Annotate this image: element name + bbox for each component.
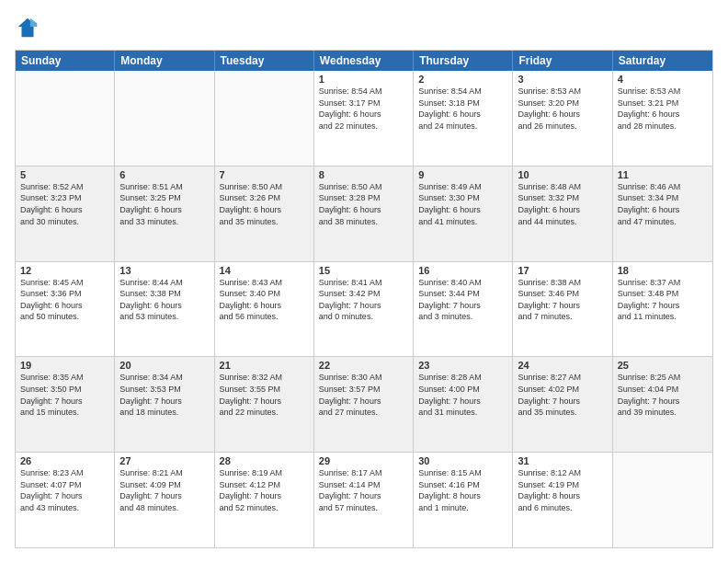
week-row: 5Sunrise: 8:52 AM Sunset: 3:23 PM Daylig… — [16, 167, 712, 262]
day-cell: 28Sunrise: 8:19 AM Sunset: 4:12 PM Dayli… — [215, 453, 314, 547]
day-cell: 6Sunrise: 8:51 AM Sunset: 3:25 PM Daylig… — [115, 167, 214, 261]
day-cell: 2Sunrise: 8:54 AM Sunset: 3:18 PM Daylig… — [414, 71, 513, 166]
day-headers: SundayMondayTuesdayWednesdayThursdayFrid… — [16, 51, 712, 71]
svg-marker-1 — [30, 18, 37, 27]
day-info: Sunrise: 8:27 AM Sunset: 4:02 PM Dayligh… — [518, 372, 607, 418]
day-cell: 16Sunrise: 8:40 AM Sunset: 3:44 PM Dayli… — [414, 262, 513, 357]
day-header: Sunday — [16, 51, 115, 71]
day-header: Thursday — [414, 51, 513, 71]
day-number: 7 — [220, 169, 309, 180]
week-row: 19Sunrise: 8:35 AM Sunset: 3:50 PM Dayli… — [16, 357, 712, 453]
day-info: Sunrise: 8:53 AM Sunset: 3:21 PM Dayligh… — [618, 86, 708, 132]
day-cell: 26Sunrise: 8:23 AM Sunset: 4:07 PM Dayli… — [16, 453, 115, 547]
logo-icon — [15, 15, 40, 40]
day-info: Sunrise: 8:50 AM Sunset: 3:26 PM Dayligh… — [220, 181, 309, 227]
day-info: Sunrise: 8:53 AM Sunset: 3:20 PM Dayligh… — [518, 86, 607, 132]
day-number: 26 — [20, 455, 109, 466]
day-cell — [115, 71, 214, 166]
day-cell: 10Sunrise: 8:48 AM Sunset: 3:32 PM Dayli… — [513, 167, 612, 261]
day-info: Sunrise: 8:51 AM Sunset: 3:25 PM Dayligh… — [119, 181, 209, 227]
day-cell — [215, 71, 314, 166]
day-cell: 3Sunrise: 8:53 AM Sunset: 3:20 PM Daylig… — [513, 71, 612, 166]
day-number: 17 — [518, 265, 607, 276]
day-number: 31 — [518, 455, 607, 466]
calendar-body: 1Sunrise: 8:54 AM Sunset: 3:17 PM Daylig… — [16, 71, 712, 547]
day-info: Sunrise: 8:35 AM Sunset: 3:50 PM Dayligh… — [20, 372, 109, 418]
day-info: Sunrise: 8:44 AM Sunset: 3:38 PM Dayligh… — [119, 277, 209, 323]
day-info: Sunrise: 8:30 AM Sunset: 3:57 PM Dayligh… — [319, 372, 408, 418]
day-cell: 24Sunrise: 8:27 AM Sunset: 4:02 PM Dayli… — [513, 357, 612, 452]
day-cell: 27Sunrise: 8:21 AM Sunset: 4:09 PM Dayli… — [115, 453, 214, 547]
day-cell: 20Sunrise: 8:34 AM Sunset: 3:53 PM Dayli… — [115, 357, 214, 452]
day-info: Sunrise: 8:17 AM Sunset: 4:14 PM Dayligh… — [319, 467, 408, 513]
day-info: Sunrise: 8:19 AM Sunset: 4:12 PM Dayligh… — [220, 467, 309, 513]
day-info: Sunrise: 8:28 AM Sunset: 4:00 PM Dayligh… — [418, 372, 507, 418]
day-number: 13 — [119, 265, 209, 276]
day-number: 4 — [618, 74, 708, 85]
day-info: Sunrise: 8:23 AM Sunset: 4:07 PM Dayligh… — [20, 467, 109, 513]
svg-marker-0 — [18, 18, 38, 38]
day-header: Friday — [513, 51, 612, 71]
day-number: 5 — [20, 169, 109, 180]
day-cell: 31Sunrise: 8:12 AM Sunset: 4:19 PM Dayli… — [513, 453, 612, 547]
day-cell: 1Sunrise: 8:54 AM Sunset: 3:17 PM Daylig… — [314, 71, 414, 166]
day-info: Sunrise: 8:46 AM Sunset: 3:34 PM Dayligh… — [618, 181, 708, 227]
day-header: Wednesday — [314, 51, 414, 71]
day-number: 15 — [319, 265, 408, 276]
day-info: Sunrise: 8:12 AM Sunset: 4:19 PM Dayligh… — [518, 467, 607, 513]
day-cell: 29Sunrise: 8:17 AM Sunset: 4:14 PM Dayli… — [314, 453, 414, 547]
day-cell: 23Sunrise: 8:28 AM Sunset: 4:00 PM Dayli… — [414, 357, 513, 452]
day-info: Sunrise: 8:37 AM Sunset: 3:48 PM Dayligh… — [618, 277, 708, 323]
day-info: Sunrise: 8:21 AM Sunset: 4:09 PM Dayligh… — [119, 467, 209, 513]
day-header: Monday — [115, 51, 214, 71]
day-info: Sunrise: 8:25 AM Sunset: 4:04 PM Dayligh… — [618, 372, 708, 418]
day-number: 14 — [220, 265, 309, 276]
day-number: 28 — [220, 455, 309, 466]
week-row: 1Sunrise: 8:54 AM Sunset: 3:17 PM Daylig… — [16, 71, 712, 167]
page: SundayMondayTuesdayWednesdayThursdayFrid… — [0, 0, 728, 563]
day-info: Sunrise: 8:54 AM Sunset: 3:17 PM Dayligh… — [319, 86, 408, 132]
day-number: 22 — [319, 360, 408, 371]
day-cell: 4Sunrise: 8:53 AM Sunset: 3:21 PM Daylig… — [613, 71, 712, 166]
day-cell: 9Sunrise: 8:49 AM Sunset: 3:30 PM Daylig… — [414, 167, 513, 261]
day-cell: 25Sunrise: 8:25 AM Sunset: 4:04 PM Dayli… — [613, 357, 712, 452]
day-cell: 30Sunrise: 8:15 AM Sunset: 4:16 PM Dayli… — [414, 453, 513, 547]
day-cell: 14Sunrise: 8:43 AM Sunset: 3:40 PM Dayli… — [215, 262, 314, 357]
day-number: 11 — [618, 169, 708, 180]
day-info: Sunrise: 8:54 AM Sunset: 3:18 PM Dayligh… — [418, 86, 507, 132]
day-cell — [613, 453, 712, 547]
day-cell: 22Sunrise: 8:30 AM Sunset: 3:57 PM Dayli… — [314, 357, 414, 452]
day-number: 12 — [20, 265, 109, 276]
week-row: 12Sunrise: 8:45 AM Sunset: 3:36 PM Dayli… — [16, 262, 712, 358]
day-cell: 21Sunrise: 8:32 AM Sunset: 3:55 PM Dayli… — [215, 357, 314, 452]
day-number: 20 — [119, 360, 209, 371]
day-cell: 7Sunrise: 8:50 AM Sunset: 3:26 PM Daylig… — [215, 167, 314, 261]
day-number: 30 — [418, 455, 507, 466]
day-number: 10 — [518, 169, 607, 180]
day-cell: 8Sunrise: 8:50 AM Sunset: 3:28 PM Daylig… — [314, 167, 414, 261]
logo — [15, 15, 44, 40]
week-row: 26Sunrise: 8:23 AM Sunset: 4:07 PM Dayli… — [16, 453, 712, 547]
day-cell: 15Sunrise: 8:41 AM Sunset: 3:42 PM Dayli… — [314, 262, 414, 357]
day-info: Sunrise: 8:50 AM Sunset: 3:28 PM Dayligh… — [319, 181, 408, 227]
day-info: Sunrise: 8:48 AM Sunset: 3:32 PM Dayligh… — [518, 181, 607, 227]
day-number: 19 — [20, 360, 109, 371]
day-number: 27 — [119, 455, 209, 466]
day-header: Saturday — [613, 51, 712, 71]
day-info: Sunrise: 8:43 AM Sunset: 3:40 PM Dayligh… — [220, 277, 309, 323]
day-info: Sunrise: 8:45 AM Sunset: 3:36 PM Dayligh… — [20, 277, 109, 323]
day-cell: 19Sunrise: 8:35 AM Sunset: 3:50 PM Dayli… — [16, 357, 115, 452]
day-number: 25 — [618, 360, 708, 371]
day-number: 21 — [220, 360, 309, 371]
day-number: 18 — [618, 265, 708, 276]
day-cell: 17Sunrise: 8:38 AM Sunset: 3:46 PM Dayli… — [513, 262, 612, 357]
header — [15, 15, 713, 40]
day-cell: 11Sunrise: 8:46 AM Sunset: 3:34 PM Dayli… — [613, 167, 712, 261]
day-cell: 5Sunrise: 8:52 AM Sunset: 3:23 PM Daylig… — [16, 167, 115, 261]
day-number: 8 — [319, 169, 408, 180]
day-number: 23 — [418, 360, 507, 371]
day-info: Sunrise: 8:40 AM Sunset: 3:44 PM Dayligh… — [418, 277, 507, 323]
calendar: SundayMondayTuesdayWednesdayThursdayFrid… — [15, 50, 713, 548]
day-number: 16 — [418, 265, 507, 276]
day-info: Sunrise: 8:38 AM Sunset: 3:46 PM Dayligh… — [518, 277, 607, 323]
